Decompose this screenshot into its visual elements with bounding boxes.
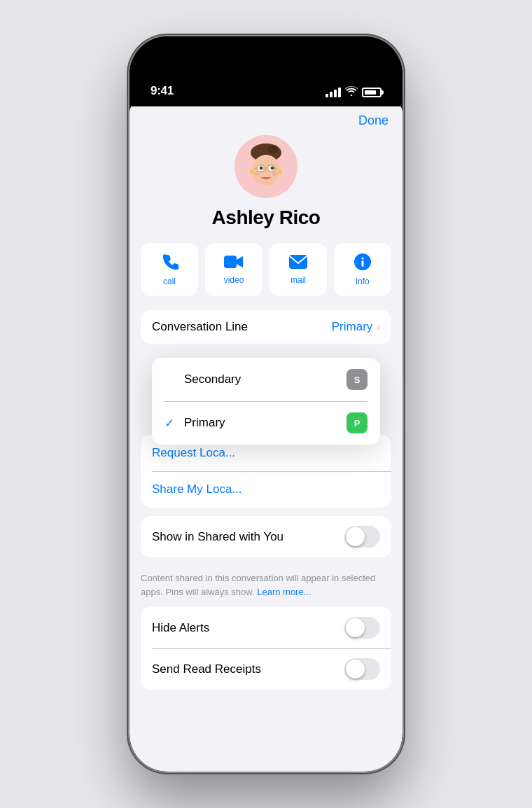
video-label: video bbox=[224, 275, 244, 285]
sheet-inner: Done bbox=[130, 99, 402, 772]
info-icon bbox=[354, 253, 372, 273]
battery-icon bbox=[362, 88, 382, 97]
call-icon bbox=[160, 253, 178, 273]
call-label: call bbox=[163, 277, 176, 286]
info-button[interactable]: info bbox=[334, 243, 391, 296]
avatar bbox=[234, 135, 298, 198]
send-read-receipts-label: Send Read Receipts bbox=[152, 662, 344, 676]
svg-point-4 bbox=[252, 155, 280, 186]
svg-point-15 bbox=[272, 172, 279, 176]
alerts-section: Hide Alerts Send Read Receipts bbox=[141, 607, 391, 690]
dropdown-menu: Secondary S ✓ Primary P bbox=[152, 358, 380, 445]
conversation-line-row[interactable]: Conversation Line Primary › bbox=[141, 310, 391, 344]
info-label: info bbox=[356, 277, 369, 286]
hide-alerts-row: Hide Alerts bbox=[141, 607, 391, 648]
svg-point-7 bbox=[260, 167, 263, 170]
svg-line-12 bbox=[255, 168, 257, 169]
share-location-label: Share My Loca... bbox=[152, 482, 242, 496]
battery-fill bbox=[365, 90, 376, 95]
svg-rect-18 bbox=[224, 256, 237, 268]
primary-badge: P bbox=[346, 412, 368, 433]
svg-line-13 bbox=[275, 168, 277, 169]
status-bar: 9:41 bbox=[130, 36, 402, 106]
svg-point-8 bbox=[271, 167, 274, 170]
call-button[interactable]: call bbox=[141, 243, 198, 296]
send-read-receipts-toggle[interactable] bbox=[344, 658, 380, 680]
status-icons bbox=[326, 86, 382, 98]
svg-point-3 bbox=[267, 145, 279, 153]
mail-button[interactable]: mail bbox=[270, 243, 327, 296]
learn-more-link[interactable]: Learn more... bbox=[257, 587, 311, 597]
done-button[interactable]: Done bbox=[358, 113, 388, 128]
shared-description: Content shared in this conversation will… bbox=[130, 566, 402, 607]
send-read-receipts-row: Send Read Receipts bbox=[141, 648, 391, 690]
video-icon bbox=[224, 254, 244, 272]
location-section: Request Loca... Share My Loca... bbox=[141, 435, 391, 508]
wifi-icon bbox=[345, 86, 358, 98]
video-button[interactable]: video bbox=[205, 243, 262, 296]
status-time: 9:41 bbox=[150, 84, 174, 98]
share-location-row[interactable]: Share My Loca... bbox=[141, 471, 391, 508]
dropdown-item-secondary[interactable]: Secondary S bbox=[152, 358, 380, 401]
shared-with-you-label: Show in Shared with You bbox=[152, 530, 344, 544]
action-buttons: call video bbox=[130, 243, 402, 296]
svg-point-21 bbox=[362, 258, 364, 260]
hide-alerts-label: Hide Alerts bbox=[152, 621, 344, 635]
shared-with-you-toggle[interactable] bbox=[344, 526, 380, 548]
secondary-label: Secondary bbox=[184, 372, 346, 386]
dropdown-item-primary[interactable]: ✓ Primary P bbox=[152, 401, 380, 445]
avatar-section: Ashley Rico bbox=[130, 128, 402, 243]
dynamic-island bbox=[224, 46, 308, 70]
conversation-line-section: Conversation Line Primary › Secondary S bbox=[141, 310, 391, 344]
request-location-label: Request Loca... bbox=[152, 446, 235, 460]
phone-screen: 9:41 bbox=[130, 36, 402, 772]
svg-point-16 bbox=[250, 169, 254, 174]
secondary-badge: S bbox=[346, 369, 368, 390]
conversation-line-value: Primary bbox=[332, 320, 373, 334]
svg-point-14 bbox=[253, 172, 260, 176]
conversation-line-label: Conversation Line bbox=[152, 320, 332, 334]
content-sheet: Done bbox=[130, 99, 402, 772]
mail-label: mail bbox=[290, 275, 306, 285]
contact-name: Ashley Rico bbox=[212, 207, 321, 229]
shared-with-you-row: Show in Shared with You bbox=[141, 516, 391, 557]
chevron-right-icon: › bbox=[377, 321, 380, 333]
primary-check: ✓ bbox=[164, 416, 181, 431]
phone-frame: 9:41 bbox=[130, 36, 402, 772]
mail-icon bbox=[288, 254, 308, 272]
shared-with-you-section: Show in Shared with You bbox=[141, 516, 391, 557]
svg-rect-22 bbox=[362, 260, 364, 267]
hide-alerts-toggle[interactable] bbox=[344, 617, 380, 639]
primary-label: Primary bbox=[184, 416, 346, 430]
signal-icon bbox=[326, 88, 341, 97]
svg-point-17 bbox=[278, 169, 282, 174]
svg-rect-19 bbox=[289, 255, 307, 269]
